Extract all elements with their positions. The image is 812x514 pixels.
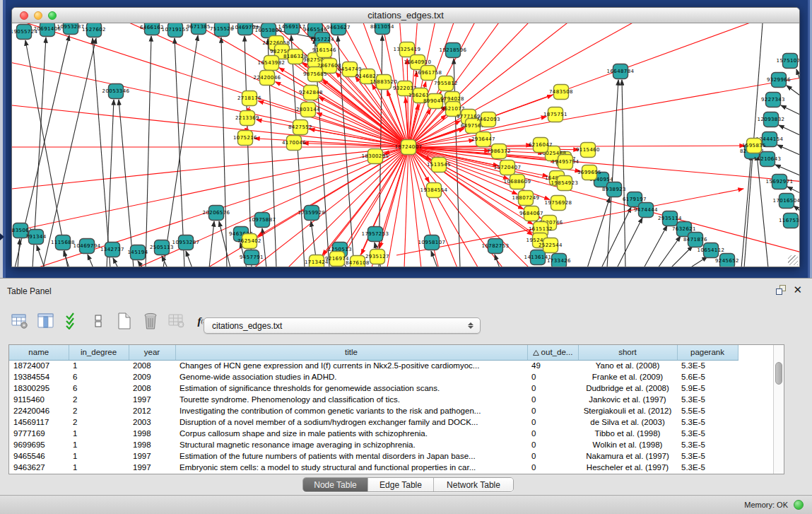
table-cell[interactable]: Disruption of a novel member of a sodium… (175, 416, 527, 428)
table-row[interactable]: 946554611997Estimation of the future num… (9, 450, 738, 462)
table-cell[interactable]: 1 (69, 439, 129, 450)
table-cell[interactable]: 5.3E-5 (677, 462, 738, 473)
network-node[interactable]: 10953287 (172, 235, 200, 250)
table-cell[interactable]: 49 (527, 360, 578, 371)
table-cell[interactable]: Structural magnetic resonance image aver… (175, 439, 527, 450)
network-edge[interactable] (43, 38, 96, 267)
delete-rows-icon[interactable] (141, 311, 160, 331)
table-cell[interactable]: 0 (527, 382, 578, 394)
network-node-selected[interactable]: 1075216 (233, 131, 257, 146)
network-node[interactable]: 1115688 (51, 235, 75, 250)
network-node[interactable]: 10975887 (249, 213, 276, 228)
network-edge[interactable] (322, 147, 408, 255)
network-node[interactable]: 6466162 (140, 23, 164, 35)
tab-network-table[interactable]: Network Table (434, 478, 513, 491)
table-cell[interactable]: Jankovic et al. (1997) (578, 394, 677, 405)
table-cell[interactable]: 2 (69, 394, 129, 405)
network-edge[interactable] (107, 100, 114, 267)
close-panel-icon[interactable]: ✕ (793, 285, 802, 295)
network-edge[interactable] (163, 35, 198, 267)
network-edge[interactable] (781, 105, 799, 115)
network-node[interactable]: 9671385 (187, 23, 211, 35)
float-panel-icon[interactable] (776, 285, 786, 295)
table-scrollbar[interactable] (773, 345, 784, 474)
table-cell[interactable]: 6 (69, 371, 129, 382)
select-all-icon[interactable] (62, 311, 82, 331)
network-edge[interactable] (607, 80, 618, 267)
network-edge[interactable] (88, 255, 93, 267)
unselect-all-icon[interactable] (88, 311, 108, 331)
table-cell[interactable]: 5.3E-5 (677, 439, 738, 450)
network-node[interactable]: 9245652 (715, 254, 739, 267)
table-cell[interactable]: 18300295 (9, 382, 69, 394)
table-cell[interactable]: 2 (69, 405, 129, 416)
network-edge[interactable] (690, 257, 707, 267)
network-node[interactable]: 10958107 (418, 235, 446, 250)
table-cell[interactable]: Hescheler et al. (1997) (578, 462, 677, 473)
network-edge[interactable] (113, 258, 118, 267)
network-window-titlebar[interactable]: citations_edges.txt (12, 8, 799, 23)
table-cell[interactable]: 14569117 (9, 416, 69, 428)
network-edge[interactable] (622, 80, 625, 267)
network-node[interactable]: 10719155 (162, 23, 189, 37)
column-header-in_degree[interactable]: in_degree (69, 345, 129, 360)
network-node[interactable]: 10469794 (73, 239, 101, 254)
table-selector-dropdown[interactable]: citations_edges.txt (204, 317, 481, 334)
network-node-selected[interactable]: 2936447 (471, 132, 495, 147)
network-node[interactable]: 1342737 (100, 243, 124, 257)
table-cell[interactable]: 9115460 (9, 394, 69, 405)
column-header-name[interactable]: name (9, 345, 69, 360)
network-edge[interactable] (601, 207, 631, 267)
table-cell[interactable]: 0 (527, 428, 578, 439)
table-cell[interactable]: Tibbo et al. (1998) (578, 428, 677, 439)
table-cell[interactable]: 1 (69, 360, 129, 371)
network-canvas[interactable]: 1905572420691406109532871527602646616210… (12, 23, 799, 267)
table-cell[interactable]: 1997 (129, 394, 175, 405)
table-cell[interactable]: 1 (69, 462, 129, 473)
table-cell[interactable]: 2008 (129, 382, 175, 394)
network-edge[interactable] (209, 221, 214, 267)
table-cell[interactable]: 2 (69, 416, 129, 428)
network-node-selected[interactable]: 7483508 (549, 85, 573, 100)
network-edge[interactable] (671, 246, 693, 267)
table-cell[interactable]: 0 (527, 394, 578, 405)
table-row[interactable]: 946362711997Embryonic stem cells: a mode… (9, 462, 738, 473)
network-edge[interactable] (617, 218, 642, 267)
table-cell[interactable]: Changes of HCN gene expression and I(f) … (175, 360, 527, 371)
network-node[interactable]: 12093832 (758, 112, 785, 127)
network-edge[interactable] (119, 100, 134, 267)
network-edge[interactable] (775, 165, 799, 175)
table-cell[interactable]: 5.6E-5 (677, 371, 738, 382)
table-cell[interactable]: 9699695 (9, 439, 69, 450)
network-node-selected[interactable]: 19756928 (545, 196, 572, 211)
network-node[interactable]: 9457791 (240, 250, 264, 265)
network-node[interactable]: 15692971 (766, 175, 794, 189)
network-node[interactable]: 15751074 (777, 54, 799, 69)
table-cell[interactable]: Nakamura et al. (1997) (578, 450, 677, 462)
table-cell[interactable]: Embryonic stem cells: a model to study s… (175, 462, 527, 473)
network-node-selected[interactable]: 2803144 (296, 103, 320, 117)
table-cell[interactable]: 2009 (129, 371, 175, 382)
network-node-selected[interactable]: 10688609 (504, 175, 531, 189)
network-edge[interactable] (741, 155, 751, 267)
table-cell[interactable]: 5.3E-5 (677, 428, 738, 439)
network-node[interactable]: 145194 (127, 245, 148, 260)
table-row[interactable]: 911546021997Tourette syndrome. Phenomeno… (9, 394, 738, 405)
network-node[interactable]: 17957253 (362, 227, 389, 242)
network-edge[interactable] (495, 255, 500, 267)
column-header-year[interactable]: year (129, 345, 175, 360)
network-node[interactable]: 17016504 (773, 194, 799, 209)
network-node-selected[interactable]: 9115460 (576, 143, 600, 158)
tab-node-table[interactable]: Node Table (303, 478, 368, 491)
column-header-out_de[interactable]: out_de... (527, 345, 578, 360)
table-cell[interactable]: 1 (69, 450, 129, 462)
table-cell[interactable]: 1997 (129, 462, 175, 473)
table-cell[interactable]: 22420046 (9, 405, 69, 416)
table-row[interactable]: 1872400712008Changes of HCN gene express… (9, 360, 738, 371)
table-cell[interactable]: 5.3E-5 (677, 450, 738, 462)
network-node[interactable]: 9227343 (761, 93, 785, 107)
network-node-selected[interactable]: 2718176 (237, 91, 261, 106)
table-cell[interactable]: Genome-wide association studies in ADHD. (175, 371, 527, 382)
window-resize-grip[interactable] (788, 255, 798, 265)
table-row[interactable]: 1456911722003Disruption of a novel membe… (9, 416, 738, 428)
